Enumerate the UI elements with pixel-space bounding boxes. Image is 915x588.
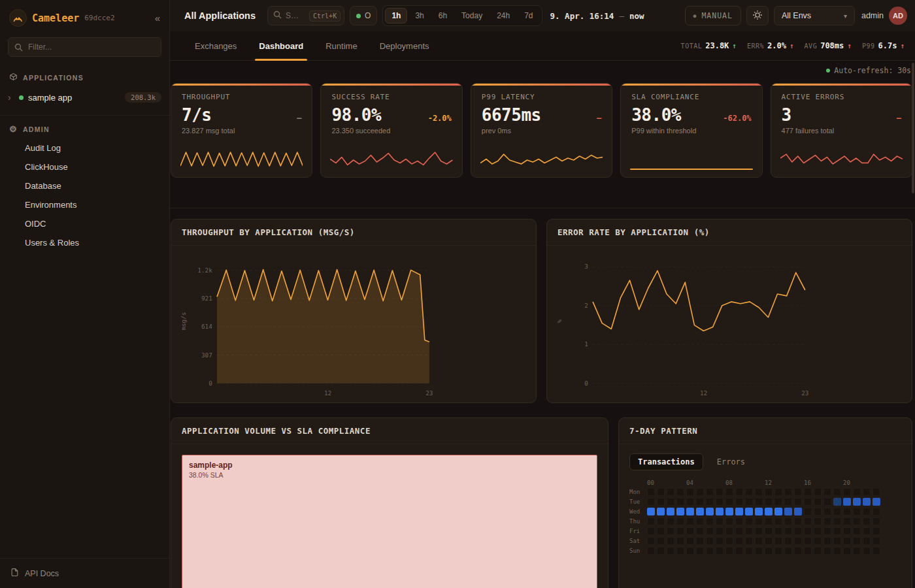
tab-exchanges[interactable]: Exchanges — [184, 31, 247, 60]
time-range-1h[interactable]: 1h — [385, 8, 407, 24]
throughput-chart: 03076149211.2k1223msg/s — [178, 251, 529, 401]
kpi-card-sla-compliance: SLA COMPLIANCE38.0%-62.0%P99 within thre… — [620, 83, 762, 178]
svg-text:%: % — [556, 319, 563, 323]
time-range-6h[interactable]: 6h — [432, 8, 454, 24]
heatmap-cell — [706, 547, 714, 555]
heatmap-cell — [794, 547, 802, 555]
heatmap-cell — [647, 498, 655, 506]
stat-label: AVG — [805, 42, 818, 50]
heatmap-cell — [647, 508, 655, 515]
heatmap-cell — [794, 488, 802, 496]
kpi-card-throughput: THROUGHPUT7/s–23.827 msg total — [171, 83, 312, 178]
page-title: All Applications — [184, 10, 256, 21]
api-docs-link[interactable]: API Docs — [0, 558, 169, 588]
sidebar-item-database[interactable]: Database — [0, 176, 169, 195]
refresh-status-dot — [826, 69, 830, 73]
heatmap-cell — [696, 527, 704, 535]
sidebar-item-sample-app[interactable]: › sample app 208.3k — [0, 88, 169, 107]
heatmap-cell — [765, 488, 773, 496]
avatar[interactable]: AD — [889, 7, 907, 25]
env-select[interactable]: All Envs ▾ — [774, 6, 855, 25]
pattern-tab-errors[interactable]: Errors — [708, 453, 754, 470]
heatmap-cell — [725, 488, 733, 496]
heatmap-cell — [824, 537, 831, 545]
heatmap-row-thu: Thu — [629, 517, 901, 525]
heatmap-cell — [814, 527, 822, 535]
treemap-node-sample-app[interactable]: sample-app 38.0% SLA — [182, 455, 597, 588]
heatmap-cell — [706, 527, 714, 535]
throughput-chart-card: THROUGHPUT BY APPLICATION (MSG/S) 030761… — [171, 219, 537, 403]
pattern-title: 7-DAY PATTERN — [619, 418, 912, 444]
heatmap-cell — [745, 527, 753, 535]
heatmap-cell — [853, 498, 861, 506]
heatmap-day-label: Mon — [629, 489, 645, 495]
heatmap-cell — [686, 508, 694, 515]
heatmap-cell — [667, 527, 674, 535]
kpi-delta: -2.0% — [428, 114, 452, 123]
time-range-24h[interactable]: 24h — [490, 8, 516, 24]
sidebar-collapse-button[interactable]: « — [155, 12, 160, 24]
sidebar-item-oidc[interactable]: OIDC — [0, 214, 169, 233]
heatmap-cell — [735, 517, 743, 525]
sidebar-filter-input[interactable] — [8, 37, 161, 57]
sidebar-filter — [8, 37, 161, 57]
pattern-tab-transactions[interactable]: Transactions — [629, 453, 703, 470]
time-range-today[interactable]: Today — [455, 8, 489, 24]
pattern-tabs: TransactionsErrors — [629, 453, 901, 470]
tab-dashboard[interactable]: Dashboard — [248, 31, 314, 60]
sidebar-item-clickhouse[interactable]: ClickHouse — [0, 157, 169, 176]
heatmap-cell — [667, 547, 674, 555]
heatmap-cell — [824, 498, 831, 506]
kpi-label: SUCCESS RATE — [331, 93, 451, 101]
heatmap-cell — [676, 498, 684, 506]
heatmap-cell — [843, 547, 851, 555]
global-search-input[interactable] — [286, 11, 305, 20]
live-toggle[interactable]: O — [350, 6, 377, 25]
range-separator: — — [619, 11, 624, 21]
time-range-3h[interactable]: 3h — [408, 8, 430, 24]
heatmap-cell — [814, 508, 822, 515]
time-range-group: 1h3h6hToday24h7d — [382, 5, 542, 26]
heatmap-cell — [784, 547, 792, 555]
trend-arrow-icon: ↑ — [847, 42, 852, 50]
heatmap-cell — [843, 537, 851, 545]
heatmap-cell — [706, 488, 714, 496]
heatmap-cell — [657, 517, 665, 525]
header-stat-total: TOTAL23.8K↑ — [681, 41, 737, 50]
heatmap-cell — [676, 547, 684, 555]
heatmap-cell — [725, 537, 733, 545]
charts-row: THROUGHPUT BY APPLICATION (MSG/S) 030761… — [171, 219, 912, 403]
heatmap-cell — [647, 517, 655, 525]
svg-text:1.2k: 1.2k — [197, 267, 212, 274]
heatmap-cell — [863, 547, 871, 555]
manual-refresh-button[interactable]: ● MANUAL — [685, 6, 741, 25]
heatmap-cell — [833, 537, 841, 545]
tab-runtime[interactable]: Runtime — [315, 31, 367, 60]
heatmap-cell — [755, 508, 763, 515]
global-search[interactable]: Ctrl+K — [267, 6, 344, 25]
theme-toggle-button[interactable] — [746, 6, 769, 25]
heatmap-cell — [657, 508, 665, 515]
heatmap-cell — [794, 537, 802, 545]
svg-text:1: 1 — [584, 340, 588, 348]
scrollbar[interactable] — [912, 63, 914, 193]
heatmap-cell — [667, 517, 674, 525]
heatmap-cell — [824, 547, 831, 555]
svg-text:0: 0 — [208, 380, 212, 387]
chart-title: THROUGHPUT BY APPLICATION (MSG/S) — [171, 220, 536, 246]
tab-deployments[interactable]: Deployments — [369, 31, 440, 60]
sidebar-item-audit-log[interactable]: Audit Log — [0, 139, 169, 157]
heatmap-day-label: Sun — [629, 547, 645, 554]
kpi-progress-bar — [630, 169, 752, 170]
chevron-down-icon: ▾ — [844, 12, 847, 20]
sun-icon — [752, 10, 763, 22]
heatmap-cell — [784, 527, 792, 535]
heatmap-cell — [735, 537, 743, 545]
sidebar-item-users-roles[interactable]: Users & Roles — [0, 233, 169, 252]
heatmap-cell — [745, 498, 753, 506]
search-icon — [14, 43, 23, 54]
time-range-7d[interactable]: 7d — [518, 8, 539, 24]
heatmap-cell — [765, 517, 773, 525]
sidebar-item-environments[interactable]: Environments — [0, 195, 169, 214]
svg-text:23: 23 — [801, 389, 808, 397]
